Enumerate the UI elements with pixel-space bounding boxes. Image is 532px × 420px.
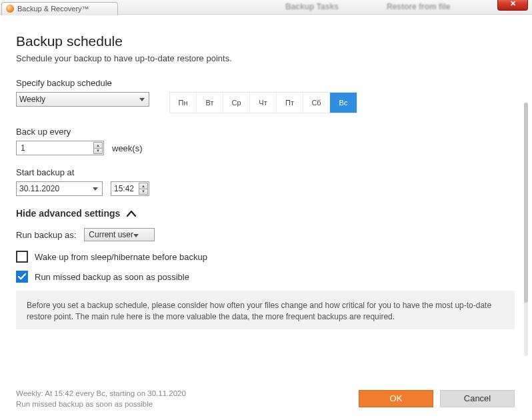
blurred-text: Backup Tasks [285, 2, 339, 11]
run-as-select[interactable]: Current user [84, 228, 155, 241]
app-icon [6, 5, 14, 13]
schedule-summary: Weekly: At 15:42 every Вс, starting on 3… [16, 388, 186, 409]
info-box: Before you set a backup schedule, please… [16, 291, 515, 329]
chevron-down-icon [133, 230, 139, 239]
run-as-label: Run backup as: [16, 230, 76, 240]
start-time-input[interactable]: 15:42 ▲ ▼ [111, 181, 149, 196]
weekday-picker: ПнВтСрЧтПтСбВс [169, 92, 357, 113]
chevron-down-icon [137, 94, 147, 105]
wake-label: Wake up from sleep/hibernate before back… [35, 252, 207, 262]
schedule-label: Specify backup schedule [16, 78, 515, 88]
summary-line: Weekly: At 15:42 every Вс, starting on 3… [16, 388, 186, 399]
app-tab[interactable]: Backup & Recovery™ [1, 2, 118, 15]
spin-up-icon[interactable]: ▲ [139, 183, 148, 189]
backup-every-unit: week(s) [112, 143, 143, 153]
chevron-down-icon [90, 183, 101, 194]
scrollbar-track[interactable] [524, 103, 528, 356]
dialog-content: Backup schedule Schedule your backup to … [0, 15, 532, 420]
chevron-up-icon [127, 208, 136, 219]
weekday-Вс[interactable]: Вс [330, 93, 357, 113]
schedule-mode-value: Weekly [19, 95, 45, 104]
page-title: Backup schedule [16, 33, 515, 49]
weekday-Пт[interactable]: Пт [277, 93, 303, 113]
backup-every-input[interactable]: 1 ▲ ▼ [16, 141, 104, 155]
blurred-text: Restore from file [387, 2, 450, 11]
check-icon [18, 273, 26, 280]
weekday-Чт[interactable]: Чт [250, 93, 277, 113]
cancel-button[interactable]: Cancel [440, 390, 515, 407]
window-close-button[interactable]: ✕ [497, 0, 528, 11]
weekday-Сб[interactable]: Сб [303, 93, 330, 113]
weekday-Пн[interactable]: Пн [170, 93, 197, 113]
advanced-toggle[interactable]: Hide advanced settings [16, 208, 515, 219]
spinner[interactable]: ▲ ▼ [93, 142, 103, 154]
spin-down-icon[interactable]: ▼ [93, 148, 103, 155]
backup-every-value: 1 [21, 143, 25, 153]
start-time-value: 15:42 [114, 184, 134, 193]
weekday-Ср[interactable]: Ср [223, 93, 250, 113]
spin-up-icon[interactable]: ▲ [93, 142, 103, 148]
wake-checkbox[interactable] [16, 251, 28, 263]
missed-checkbox[interactable] [16, 271, 28, 283]
summary-line: Run missed backup as soon as possible [16, 399, 186, 409]
start-at-label: Start backup at [16, 167, 515, 177]
tab-label: Backup & Recovery™ [17, 5, 89, 13]
advanced-toggle-label: Hide advanced settings [16, 208, 120, 219]
spinner[interactable]: ▲ ▼ [139, 183, 148, 195]
missed-label: Run missed backup as soon as possible [35, 272, 189, 282]
titlebar: Backup & Recovery™ Backup Tasks Restore … [0, 0, 532, 15]
ok-button[interactable]: OK [359, 390, 433, 407]
weekday-Вт[interactable]: Вт [197, 93, 223, 113]
footer: Weekly: At 15:42 every Вс, starting on 3… [0, 388, 532, 409]
backup-every-label: Back up every [16, 127, 515, 137]
start-date-input[interactable]: 30.11.2020 [16, 181, 103, 196]
schedule-mode-select[interactable]: Weekly [16, 92, 149, 107]
close-icon: ✕ [510, 0, 516, 8]
scrollbar-thumb[interactable] [524, 103, 528, 303]
spin-down-icon[interactable]: ▼ [139, 189, 148, 195]
run-as-value: Current user [89, 230, 133, 239]
page-subtitle: Schedule your backup to have up-to-date … [16, 53, 515, 63]
start-date-value: 30.11.2020 [19, 184, 59, 193]
